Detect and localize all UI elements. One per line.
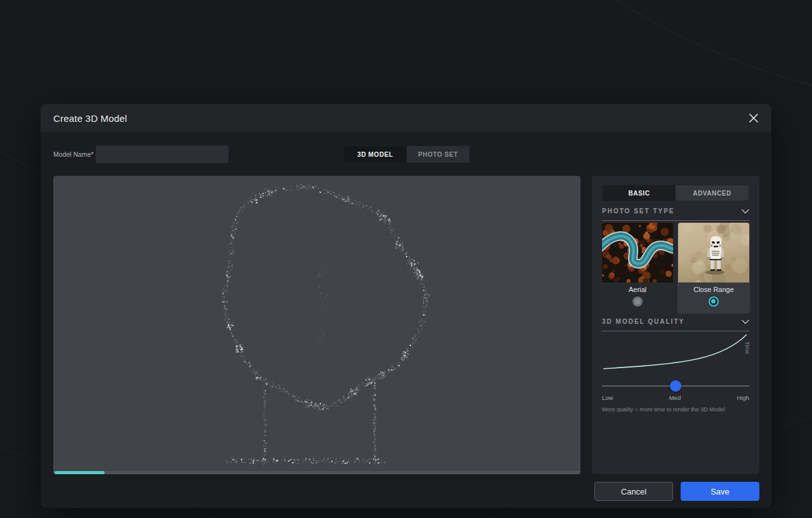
aerial-thumbnail-image	[602, 223, 673, 282]
model-name-input[interactable]	[96, 145, 228, 163]
aerial-radio[interactable]	[632, 296, 643, 307]
dialog-title: Create 3D Model	[53, 113, 127, 124]
option-aerial-label: Aerial	[602, 286, 673, 293]
quality-time-curve: Time	[602, 333, 749, 375]
close-range-thumbnail-image	[678, 223, 749, 282]
model-name-label: Model Name*	[53, 150, 94, 158]
tab-advanced[interactable]: ADVANCED	[676, 185, 749, 201]
tab-photo-set[interactable]: PHOTO SET	[407, 146, 469, 163]
close-range-radio[interactable]	[709, 296, 719, 307]
divider	[602, 220, 749, 221]
model-quality-title: 3D MODEL QUALITY	[602, 318, 684, 325]
quality-note: More quality = more time to render the 3…	[602, 406, 725, 413]
point-cloud-viewer[interactable]	[53, 176, 580, 474]
chevron-down-icon[interactable]	[742, 319, 749, 324]
photo-set-type-title: PHOTO SET TYPE	[602, 208, 675, 215]
quality-slider-thumb[interactable]	[670, 380, 681, 392]
settings-panel: BASIC ADVANCED PHOTO SET TYPE Aerial Clo…	[592, 176, 759, 474]
option-aerial[interactable]: Aerial	[602, 223, 673, 313]
cancel-button[interactable]: Cancel	[594, 482, 673, 501]
settings-mode-tabs: BASIC ADVANCED	[602, 185, 749, 201]
label-med: Med	[669, 394, 681, 401]
option-close-range[interactable]: Close Range	[678, 223, 749, 313]
output-type-tabs: 3D MODEL PHOTO SET	[343, 145, 470, 163]
photo-set-type-options: Aerial Close Range	[602, 223, 749, 313]
label-low: Low	[602, 394, 613, 401]
tab-3d-model[interactable]: 3D MODEL	[344, 146, 407, 163]
chevron-down-icon[interactable]	[742, 209, 749, 214]
label-high: High	[737, 394, 749, 401]
create-3d-model-dialog: Create 3D Model Model Name* 3D MODEL PHO…	[41, 104, 771, 508]
time-axis-label: Time	[744, 342, 750, 354]
dialog-header: Create 3D Model	[41, 104, 771, 132]
model-quality-header: 3D MODEL QUALITY	[602, 318, 749, 325]
divider	[602, 331, 749, 331]
save-button[interactable]: Save	[681, 482, 759, 501]
tab-basic[interactable]: BASIC	[603, 185, 676, 201]
quality-slider[interactable]	[602, 380, 749, 392]
quality-slider-labels: Low Med High	[602, 394, 749, 401]
option-close-range-label: Close Range	[678, 286, 749, 293]
render-progress-track	[53, 471, 580, 474]
render-progress-bar	[55, 471, 105, 474]
photo-set-type-header: PHOTO SET TYPE	[602, 208, 749, 215]
close-icon[interactable]	[749, 113, 759, 123]
point-cloud-canvas[interactable]	[53, 176, 580, 474]
